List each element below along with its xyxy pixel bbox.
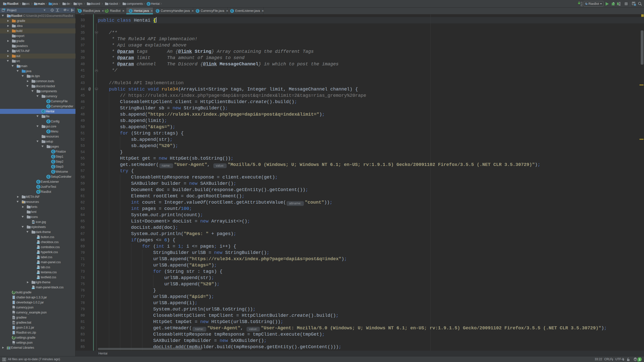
svg-text:CSS: CSS xyxy=(37,278,39,279)
svg-text:BAT: BAT xyxy=(12,322,15,324)
svg-text:CSS: CSS xyxy=(32,288,34,289)
svg-text:CSS: CSS xyxy=(37,252,39,254)
svg-text:CSS: CSS xyxy=(37,237,39,239)
svg-text:CSS: CSS xyxy=(37,242,39,244)
svg-text:01: 01 xyxy=(581,5,583,7)
svg-text:{}: {} xyxy=(13,343,15,345)
svg-text:CSS: CSS xyxy=(37,273,39,274)
svg-text:CSS: CSS xyxy=(37,267,39,269)
svg-text:{}: {} xyxy=(13,307,15,309)
svg-text:{}: {} xyxy=(13,312,15,314)
svg-text:CSS: CSS xyxy=(37,247,39,249)
svg-text:CSS: CSS xyxy=(37,257,39,259)
svg-text:CSS: CSS xyxy=(37,262,39,264)
